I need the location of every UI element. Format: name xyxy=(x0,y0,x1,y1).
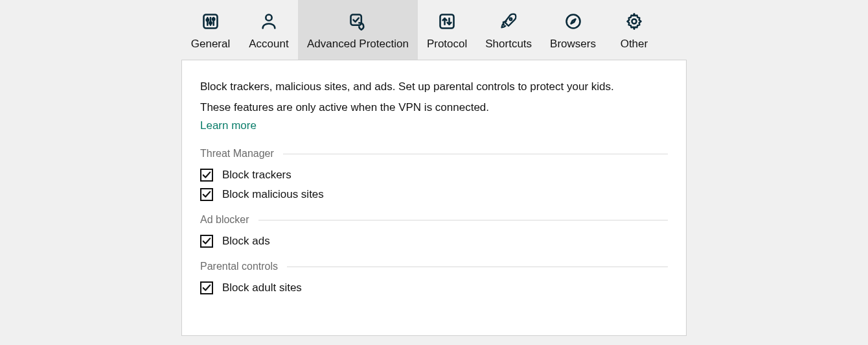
checkbox-block-malicious-sites[interactable]: Block malicious sites xyxy=(200,188,668,201)
tabbar: General Account Advanced Protection xyxy=(181,0,687,60)
svg-rect-9 xyxy=(440,15,454,29)
person-icon xyxy=(260,12,278,31)
checkbox-block-ads[interactable]: Block ads xyxy=(200,235,668,248)
checkbox-icon xyxy=(200,188,213,201)
tab-content: Block trackers, malicious sites, and ads… xyxy=(181,60,687,336)
checkbox-label: Block ads xyxy=(222,235,270,248)
section-header: Parental controls xyxy=(200,261,668,272)
tab-label: Protocol xyxy=(427,38,467,51)
checkbox-label: Block malicious sites xyxy=(222,188,324,201)
checkbox-icon xyxy=(200,235,213,248)
divider xyxy=(258,220,668,220)
rocket-icon xyxy=(499,12,518,31)
svg-point-15 xyxy=(632,19,636,24)
svg-point-4 xyxy=(209,22,211,24)
sliders-icon xyxy=(201,12,220,31)
tab-label: Browsers xyxy=(550,38,596,51)
section-title: Ad blocker xyxy=(200,214,249,226)
section-parental-controls: Parental controls Block adult sites xyxy=(200,261,668,294)
svg-point-6 xyxy=(212,18,214,20)
learn-more-link[interactable]: Learn more xyxy=(200,119,257,132)
section-threat-manager: Threat Manager Block trackers Block mali… xyxy=(200,148,668,201)
gear-icon xyxy=(625,12,643,31)
svg-point-13 xyxy=(566,15,580,29)
tab-protocol[interactable]: Protocol xyxy=(418,0,476,60)
divider xyxy=(283,154,668,154)
tab-other[interactable]: Other xyxy=(605,0,663,60)
settings-window: General Account Advanced Protection xyxy=(181,0,687,336)
tab-advanced-protection[interactable]: Advanced Protection xyxy=(298,0,418,60)
svg-point-2 xyxy=(207,19,209,21)
checkbox-label: Block trackers xyxy=(222,169,291,182)
checkbox-block-adult-sites[interactable]: Block adult sites xyxy=(200,281,668,294)
shield-check-icon xyxy=(348,12,367,31)
section-header: Threat Manager xyxy=(200,148,668,160)
tab-shortcuts[interactable]: Shortcuts xyxy=(476,0,541,60)
checkbox-icon xyxy=(200,281,213,294)
tab-label: Account xyxy=(249,38,288,51)
description-line1: Block trackers, malicious sites, and ads… xyxy=(200,78,668,95)
arrows-up-down-icon xyxy=(438,12,456,31)
svg-point-12 xyxy=(510,18,512,21)
tab-label: General xyxy=(191,38,230,51)
tab-browsers[interactable]: Browsers xyxy=(541,0,605,60)
compass-icon xyxy=(564,12,582,31)
checkbox-block-trackers[interactable]: Block trackers xyxy=(200,169,668,182)
svg-point-7 xyxy=(266,15,271,21)
divider xyxy=(287,267,668,267)
tab-general[interactable]: General xyxy=(181,0,240,60)
tab-label: Other xyxy=(621,38,648,51)
section-header: Ad blocker xyxy=(200,214,668,226)
section-ad-blocker: Ad blocker Block ads xyxy=(200,214,668,248)
section-title: Parental controls xyxy=(200,261,278,272)
description-line2: These features are only active when the … xyxy=(200,99,668,116)
tab-label: Shortcuts xyxy=(485,38,532,51)
section-title: Threat Manager xyxy=(200,148,274,160)
checkbox-icon xyxy=(200,169,213,182)
svg-marker-14 xyxy=(571,19,575,24)
tab-label: Advanced Protection xyxy=(307,38,409,51)
checkbox-label: Block adult sites xyxy=(222,281,302,294)
tab-account[interactable]: Account xyxy=(240,0,298,60)
